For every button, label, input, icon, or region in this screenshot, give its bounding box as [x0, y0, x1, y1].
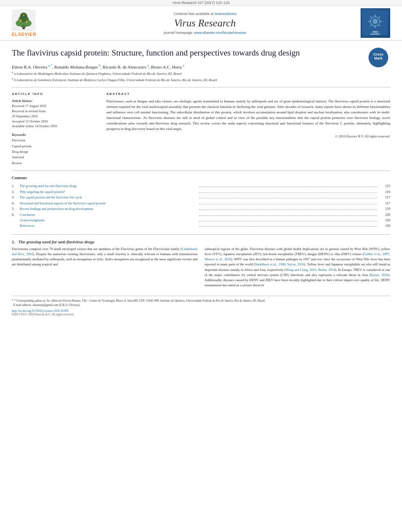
email-label: E-mail address: [13, 303, 32, 307]
toc-text-4[interactable]: Structural and functional aspects of the… [20, 200, 198, 206]
affiliation-a: a a Laboratório de Modelagem Molecular, … [12, 71, 390, 76]
svg-text:Mark: Mark [374, 56, 383, 60]
journal-info-center: Contents lists available at ScienceDirec… [59, 12, 351, 35]
article-title-text: The flavivirus capsid protein: Structure… [12, 48, 300, 57]
toc-page-4: 117 [378, 200, 390, 206]
virus-research-badge: VIRUS RESEARCH [361, 8, 390, 38]
article-info-abstract: ARTICLE INFO Article history: Received 1… [12, 92, 390, 166]
svg-point-7 [26, 21, 28, 23]
keyword-antiviral: Antiviral [12, 154, 99, 160]
elsevier-label: ELSEVIER [12, 32, 36, 37]
toc-page-ack: 120 [378, 217, 390, 223]
toc-page-6: 120 [378, 212, 390, 217]
crossmark-badge: Cross Mark [368, 48, 390, 69]
divider-2 [12, 171, 390, 171]
body-col-right: subtropical regions of the globe. Flaviv… [205, 247, 390, 290]
elsevier-tree-icon [12, 9, 35, 31]
toc-item-2: 2. Why targeting the capsid protein? 116 [12, 189, 390, 195]
toc-page-3: 117 [378, 195, 390, 200]
corresponding-note: * * Corresponding author at: Av. Athos d… [12, 298, 390, 303]
available-date: Available online 14 October 2016 [12, 124, 99, 129]
crossmark-icon: Cross Mark [369, 48, 387, 67]
toc-num-4: 4. [12, 200, 20, 206]
svg-point-8 [23, 15, 24, 16]
email-address[interactable]: edsanran@gmail.com [33, 303, 58, 307]
contents-title: Contents [12, 176, 390, 180]
journal-title: Virus Research [59, 17, 351, 29]
toc-text-3[interactable]: The capsid protein and the flavivirus li… [20, 195, 198, 200]
footnote-area: * * Corresponding author at: Av. Athos d… [12, 296, 390, 316]
accepted-date: Accepted 12 October 2016 [12, 119, 99, 124]
article-info-label: ARTICLE INFO [12, 92, 99, 96]
article-history-label: Article history: [12, 99, 99, 103]
contents-available-text: Contents lists available at [173, 12, 214, 16]
toc-page-1: 115 [378, 183, 390, 189]
keyword-capsid: Capsid protein [12, 143, 99, 149]
article-area: The flavivirus capsid protein: Structure… [0, 41, 402, 320]
toc-text-1[interactable]: The growing need for anti-flavivirus dru… [20, 183, 198, 189]
toc-item-1: 1. The growing need for anti-flavivirus … [12, 183, 390, 189]
issn-text: 0168-1702/© 2016 Elsevier B.V. All right… [12, 313, 74, 316]
toc-item-4: 4. Structural and functional aspects of … [12, 200, 390, 206]
received-revised-date: 29 September 2016 [12, 114, 99, 119]
toc-dots-ack [199, 221, 377, 221]
copyright-line: © 2016 Elsevier B.V. All rights reserved… [106, 134, 390, 138]
toc-text-ack[interactable]: Acknowledgments [20, 217, 198, 223]
svg-point-6 [19, 19, 22, 22]
body-text-left: Flaviviruses comprise over 70 small enve… [12, 247, 197, 267]
elsevier-logo: ELSEVIER [12, 9, 59, 37]
body-text-right: subtropical regions of the globe. Flaviv… [205, 247, 390, 288]
journal-badge-area: VIRUS RESEARCH [351, 8, 390, 38]
sciencedirect-line: Contents lists available at ScienceDirec… [59, 12, 351, 16]
toc-num-6: 6. [12, 212, 20, 217]
toc-dots-ref [199, 226, 377, 227]
toc-dots-5 [199, 209, 377, 210]
keyword-flavivirus: Flavivirus [12, 137, 99, 143]
toc-item-6: 6. Conclusion 120 [12, 212, 390, 217]
toc-text-2[interactable]: Why targeting the capsid protein? [20, 189, 198, 195]
body-col-left: Flaviviruses comprise over 70 small enve… [12, 247, 197, 290]
toc-item-5: 5. Recent findings and perspectives on d… [12, 206, 390, 211]
affiliation-b: b b Laboratório de Genômica Estrutural, … [12, 77, 390, 83]
crossmark-inner: Cross Mark [368, 48, 388, 67]
toc-dots-1 [199, 187, 377, 187]
abstract-label: ABSTRACT [106, 92, 390, 96]
toc-dots-4 [199, 204, 377, 204]
toc-item-ack: Acknowledgments 120 [12, 217, 390, 223]
toc-text-ref[interactable]: References [20, 223, 198, 228]
toc-dots-3 [199, 198, 377, 198]
homepage-url[interactable]: www.elsevier.com/locate/virusres [194, 31, 246, 35]
doi-text[interactable]: http://dx.doi.org/10.1016/j.virusres.201… [12, 309, 69, 313]
toc-page-ref: 120 [378, 223, 390, 228]
journal-volume-bar: Virus Research 227 (2017) 115–123 [0, 0, 402, 6]
section-1-body: Flaviviruses comprise over 70 small enve… [12, 247, 390, 290]
keyword-drug: Drug design [12, 149, 99, 154]
toc-text-6[interactable]: Conclusion [20, 212, 198, 217]
sciencedirect-link[interactable]: ScienceDirect [215, 12, 237, 16]
journal-homepage-line: journal homepage: www.elsevier.com/locat… [59, 31, 351, 35]
page-wrapper: Virus Research 227 (2017) 115–123 [0, 0, 402, 532]
abstract-text: Flaviviruses, such as dengue and zika vi… [106, 99, 390, 132]
affiliation-a-text: a Laboratório de Modelagem Molecular, In… [14, 72, 182, 76]
virus-badge-image: VIRUS RESEARCH [363, 11, 388, 35]
email-note: (E.R.A. Oliveira). [59, 303, 80, 307]
toc-text-5[interactable]: Recent findings and perspectives on drug… [20, 206, 198, 211]
section-1-heading: 1. The growing need for anti-flavivirus … [12, 239, 390, 244]
abstract-col: ABSTRACT Flaviviruses, such as dengue an… [106, 92, 390, 166]
journal-volume-info: Virus Research 227 (2017) 115–123 [173, 1, 230, 5]
received-revised-label: Received in revised form [12, 109, 99, 114]
toc-page-2: 116 [378, 189, 390, 195]
contents-section: Contents 1. The growing need for anti-fl… [12, 176, 390, 229]
toc-item-ref: References 120 [12, 223, 390, 228]
doi-line[interactable]: http://dx.doi.org/10.1016/j.virusres.201… [12, 309, 390, 313]
toc-num-5: 5. [12, 206, 20, 211]
received-date: Received 17 August 2016 [12, 104, 99, 109]
email-line: E-mail address: edsanran@gmail.com (E.R.… [12, 303, 390, 307]
toc-page-5: 119 [378, 206, 390, 211]
toc-num-2: 2. [12, 189, 20, 195]
keywords-label: Keywords: [12, 133, 99, 137]
toc-dots-2 [199, 193, 377, 193]
divider-1 [12, 87, 390, 87]
section-1: 1. The growing need for anti-flavivirus … [12, 239, 390, 290]
svg-text:Cross: Cross [373, 52, 383, 56]
